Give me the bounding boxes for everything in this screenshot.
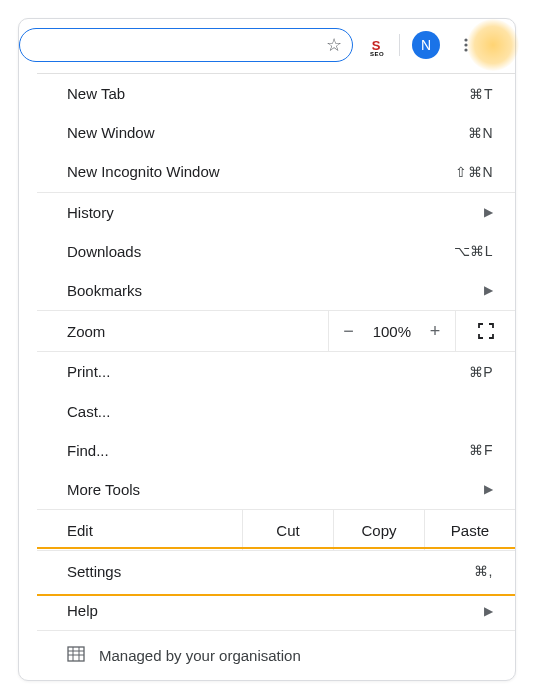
menu-bookmarks[interactable]: Bookmarks ▶: [37, 271, 515, 310]
svg-point-2: [464, 48, 467, 51]
menu-help[interactable]: Help ▶: [37, 591, 515, 630]
organisation-icon: [67, 645, 85, 666]
extension-icon[interactable]: S SEO: [365, 34, 387, 56]
menu-label: New Incognito Window: [67, 163, 455, 180]
menu-history[interactable]: History ▶: [37, 193, 515, 232]
zoom-controls: − 100% +: [328, 311, 455, 351]
menu-label: Cast...: [67, 403, 493, 420]
svg-rect-3: [68, 647, 84, 661]
omnibox[interactable]: ☆: [19, 28, 353, 62]
menu-label: Print...: [67, 363, 469, 380]
menu-label: Find...: [67, 442, 469, 459]
menu-managed[interactable]: Managed by your organisation: [37, 630, 515, 680]
fullscreen-icon: [478, 323, 494, 339]
menu-label: More Tools: [67, 481, 484, 498]
menu-new-window[interactable]: New Window ⌘N: [37, 113, 515, 152]
chevron-right-icon: ▶: [484, 482, 493, 496]
zoom-in-button[interactable]: +: [429, 321, 441, 342]
zoom-out-button[interactable]: −: [343, 321, 355, 342]
kebab-menu-button[interactable]: [452, 31, 480, 59]
svg-point-1: [464, 43, 467, 46]
highlight-settings: Settings ⌘,: [37, 550, 515, 591]
browser-window: ☆ S SEO N New Tab ⌘T New Window ⌘N New: [18, 18, 516, 681]
paste-button[interactable]: Paste: [424, 510, 515, 550]
copy-button[interactable]: Copy: [333, 510, 424, 550]
shortcut: ⌘,: [474, 563, 493, 579]
menu-label: New Tab: [67, 85, 469, 102]
menu-label: Help: [67, 602, 484, 619]
chevron-right-icon: ▶: [484, 604, 493, 618]
managed-label: Managed by your organisation: [99, 647, 301, 664]
toolbar-divider: [399, 34, 400, 56]
chrome-menu: New Tab ⌘T New Window ⌘N New Incognito W…: [37, 73, 515, 680]
shortcut: ⌘T: [469, 86, 493, 102]
bookmark-star-icon[interactable]: ☆: [326, 36, 342, 54]
shortcut: ⌘F: [469, 442, 493, 458]
menu-downloads[interactable]: Downloads ⌥⌘L: [37, 232, 515, 271]
menu-label: History: [67, 204, 484, 221]
menu-cast[interactable]: Cast...: [37, 391, 515, 430]
svg-point-0: [464, 38, 467, 41]
toolbar: ☆ S SEO N: [19, 19, 515, 71]
menu-print[interactable]: Print... ⌘P: [37, 352, 515, 391]
menu-more-tools[interactable]: More Tools ▶: [37, 470, 515, 509]
zoom-value: 100%: [373, 323, 411, 340]
menu-label: Downloads: [67, 243, 454, 260]
cut-button[interactable]: Cut: [242, 510, 333, 550]
extension-sublabel: SEO: [370, 51, 384, 57]
shortcut: ⌥⌘L: [454, 243, 493, 259]
shortcut: ⌘N: [468, 125, 493, 141]
shortcut: ⇧⌘N: [455, 164, 493, 180]
menu-label: Bookmarks: [67, 282, 484, 299]
shortcut: ⌘P: [469, 364, 493, 380]
chevron-right-icon: ▶: [484, 205, 493, 219]
menu-new-tab[interactable]: New Tab ⌘T: [37, 74, 515, 113]
menu-zoom: Zoom − 100% +: [37, 310, 515, 352]
fullscreen-button[interactable]: [455, 311, 515, 351]
avatar-letter: N: [421, 37, 431, 53]
more-vert-icon: [458, 37, 474, 53]
menu-settings[interactable]: Settings ⌘,: [37, 550, 515, 591]
menu-label: Settings: [67, 563, 474, 580]
menu-label: New Window: [67, 124, 468, 141]
edit-label: Edit: [37, 510, 242, 550]
zoom-label: Zoom: [37, 311, 328, 351]
chevron-right-icon: ▶: [484, 283, 493, 297]
profile-avatar[interactable]: N: [412, 31, 440, 59]
menu-find[interactable]: Find... ⌘F: [37, 431, 515, 470]
menu-edit: Edit Cut Copy Paste: [37, 509, 515, 550]
menu-new-incognito[interactable]: New Incognito Window ⇧⌘N: [37, 152, 515, 191]
